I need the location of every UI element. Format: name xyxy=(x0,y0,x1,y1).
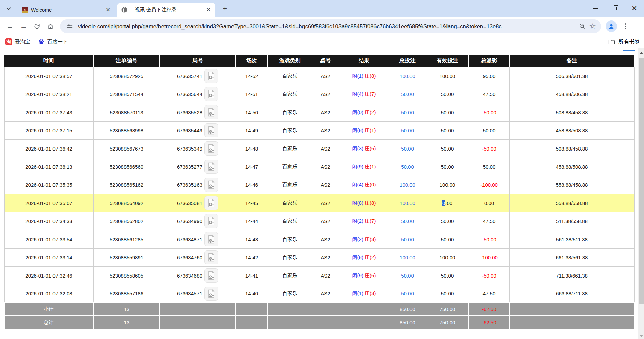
cell-bet-id: 523088566560 xyxy=(93,158,160,176)
reload-icon[interactable] xyxy=(30,19,44,33)
total-bet-link[interactable]: 50.00 xyxy=(401,128,414,133)
scrollbar-down-icon[interactable] xyxy=(638,333,644,339)
round-id-text: 673635349 xyxy=(177,146,202,152)
video-replay-button[interactable] xyxy=(204,268,218,283)
video-replay-button[interactable] xyxy=(204,87,218,101)
restore-button[interactable] xyxy=(605,0,624,17)
result-player: 闲(4) xyxy=(352,182,363,187)
total-bet-link[interactable]: 50.00 xyxy=(401,110,414,115)
footer-cell xyxy=(160,303,236,316)
cell-session: 14-45 xyxy=(236,194,268,212)
column-header: 备注 xyxy=(509,55,634,67)
video-replay-button[interactable] xyxy=(204,214,218,228)
home-icon[interactable] xyxy=(44,19,57,33)
omnibox[interactable]: videoie.com/ipl/portal.php/game/betrecor… xyxy=(60,19,601,33)
cell-result: 闲(9) 庄(6) xyxy=(339,266,389,285)
video-replay-button[interactable] xyxy=(204,250,218,264)
cell-result: 闲(1) 庄(8) xyxy=(339,67,389,85)
total-bet-link[interactable]: 50.00 xyxy=(401,164,414,170)
page-content: 时间注单编号局号场次游戏类别桌号结果总投注有效投注总派彩备注 2026-01-0… xyxy=(0,48,644,339)
cell-note: 458.88/506.38 xyxy=(509,85,634,103)
cell-valid-bet: 50.00 xyxy=(426,121,469,139)
site-info-icon[interactable] xyxy=(65,21,75,31)
footer-cell xyxy=(268,303,312,316)
total-bet-link[interactable]: 100.00 xyxy=(400,255,415,260)
footer-cell: 850.00 xyxy=(389,316,426,329)
page-scrollbar[interactable] xyxy=(638,48,644,339)
result-banker: 庄(1) xyxy=(363,164,376,169)
total-bet-link[interactable]: 100.00 xyxy=(400,73,415,79)
total-bet-link[interactable]: 100.00 xyxy=(400,200,415,206)
scrollbar-thumb[interactable] xyxy=(639,58,644,304)
minimize-button[interactable] xyxy=(585,0,605,17)
video-replay-button[interactable] xyxy=(204,232,218,246)
url-text[interactable]: videoie.com/ipl/portal.php/game/betrecor… xyxy=(78,23,577,30)
video-replay-button[interactable] xyxy=(204,160,218,174)
result-banker: 庄(6) xyxy=(363,272,376,278)
bookmark-baidu[interactable]: 百度一下 xyxy=(35,37,70,46)
tab-welcome[interactable]: ♠ Welcome ✕ xyxy=(17,3,115,17)
footer-cell xyxy=(312,316,339,329)
total-bet-link[interactable]: 50.00 xyxy=(401,146,414,152)
round-id-group: 673635449 xyxy=(177,123,218,137)
scrollbar-up-icon[interactable] xyxy=(638,50,644,56)
cell-bet-id: 523088564092 xyxy=(93,194,160,212)
close-button[interactable]: ✕ xyxy=(624,0,644,17)
profile-avatar[interactable] xyxy=(606,20,617,32)
result-player: 闲(2) xyxy=(352,218,363,224)
video-replay-button[interactable] xyxy=(204,196,218,210)
cell-valid-bet: 50.00 xyxy=(426,158,469,176)
video-replay-button[interactable] xyxy=(204,123,218,137)
cell-table-no: AS2 xyxy=(312,158,339,176)
footer-cell xyxy=(339,316,389,329)
cell-session: 14-51 xyxy=(236,85,268,103)
footer-cell: 750.00 xyxy=(426,316,469,329)
video-replay-button[interactable] xyxy=(204,69,218,83)
column-header: 桌号 xyxy=(312,55,339,67)
cell-payout: 47.50 xyxy=(469,285,509,303)
total-bet-link[interactable]: 50.00 xyxy=(401,91,414,97)
tab-bet-record[interactable]: :::视讯 会员下注纪录::: ✕ xyxy=(117,3,215,17)
total-bet-link[interactable]: 50.00 xyxy=(401,273,414,279)
video-replay-button[interactable] xyxy=(204,105,218,119)
result-player: 闲(8) xyxy=(352,200,363,206)
cell-bet-id: 523088568998 xyxy=(93,121,160,139)
cell-session: 14-40 xyxy=(236,285,268,303)
cell-total-bet: 50.00 xyxy=(389,266,426,285)
table-row: 2026-01-01 07:36:13523088566560673635277… xyxy=(4,158,634,176)
cell-session: 14-48 xyxy=(236,139,268,158)
browser-menu-icon[interactable] xyxy=(620,20,631,32)
cell-time: 2026-01-01 07:33:14 xyxy=(4,248,93,266)
cell-payout: -50.00 xyxy=(469,266,509,285)
tab-close-icon[interactable]: ✕ xyxy=(104,6,112,13)
cell-round-id: 673635644 xyxy=(160,85,236,103)
total-bet-link[interactable]: 50.00 xyxy=(401,291,414,296)
cell-note: 663.88/711.38 xyxy=(509,285,634,303)
video-replay-button[interactable] xyxy=(204,141,218,156)
round-id-text: 673635081 xyxy=(177,200,202,206)
cell-round-id: 673634760 xyxy=(160,248,236,266)
tab-close-icon[interactable]: ✕ xyxy=(205,6,212,13)
round-id-group: 673634990 xyxy=(177,214,218,228)
back-icon[interactable]: ← xyxy=(3,19,17,33)
footer-cell: 13 xyxy=(93,303,160,316)
tab-search-chevron-icon[interactable] xyxy=(5,5,13,13)
bookmark-star-icon[interactable]: ☆ xyxy=(587,21,598,31)
cell-time: 2026-01-01 07:36:13 xyxy=(4,158,93,176)
result-player: 闲(9) xyxy=(352,272,363,278)
video-replay-button[interactable] xyxy=(204,178,218,192)
forward-icon[interactable]: → xyxy=(17,19,30,33)
result-banker: 庄(7) xyxy=(363,91,376,97)
table-row: 2026-01-01 07:32:46523088558605673634680… xyxy=(4,266,634,285)
total-bet-link[interactable]: 50.00 xyxy=(401,237,414,242)
new-tab-button[interactable]: + xyxy=(221,4,229,13)
result-player: 闲(4) xyxy=(352,91,363,97)
zoom-out-icon[interactable] xyxy=(577,21,587,31)
total-bet-link[interactable]: 50.00 xyxy=(401,218,414,224)
video-replay-button[interactable] xyxy=(204,287,218,301)
total-bet-link[interactable]: 100.00 xyxy=(400,182,415,188)
all-bookmarks[interactable]: 所有书签 xyxy=(603,38,644,45)
round-id-text: 673634760 xyxy=(177,255,202,260)
bookmark-aitaobao[interactable]: 淘 爱淘宝 xyxy=(3,37,33,46)
footer-cell: -62.50 xyxy=(469,316,509,329)
